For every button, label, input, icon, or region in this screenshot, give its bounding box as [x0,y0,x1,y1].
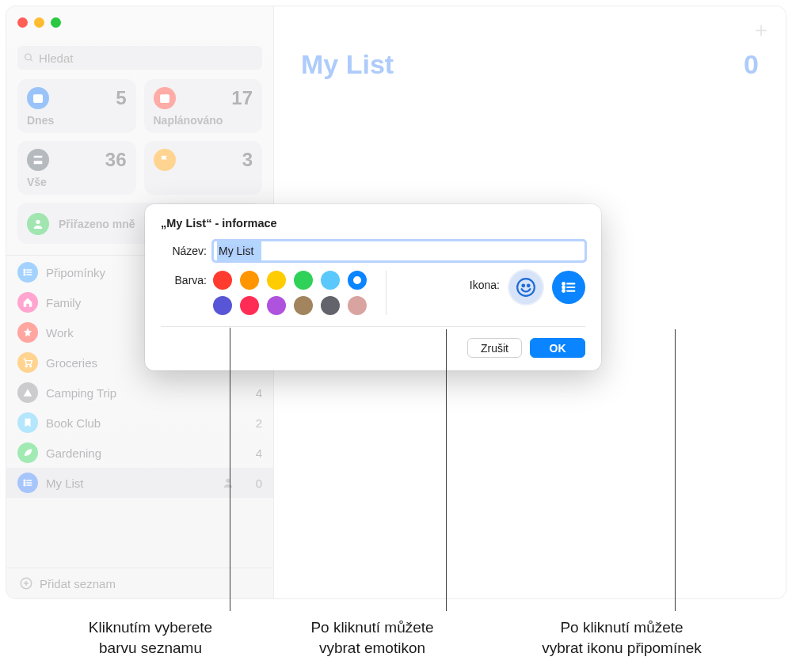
color-swatch[interactable] [348,296,367,315]
close-window[interactable] [17,17,28,28]
all-count: 36 [105,149,127,171]
list-item-name: Camping Trip [46,386,237,400]
cancel-button[interactable]: Zrušit [467,338,522,358]
callout-line-icon [675,329,676,611]
svg-point-29 [562,290,565,292]
list-item-count: 0 [245,476,262,490]
list-item-icon [17,442,38,463]
color-swatch[interactable] [267,271,286,290]
svg-rect-4 [160,94,169,103]
svg-point-8 [24,274,25,275]
new-reminder-button[interactable]: ＋ [751,16,771,44]
today-label: Dnes [27,114,127,127]
smiley-icon [516,277,536,298]
svg-point-6 [24,269,25,271]
svg-point-16 [24,484,25,486]
color-swatches [213,271,368,315]
color-swatch[interactable] [240,271,259,290]
sidebar-list-item[interactable]: Camping Trip4 [6,378,273,408]
svg-point-7 [24,271,25,273]
scheduled-icon [154,87,176,109]
search-field[interactable] [17,46,262,70]
dialog-divider [386,271,386,315]
scheduled-count: 17 [231,87,253,109]
color-swatch[interactable] [294,296,313,315]
ok-button[interactable]: OK [530,338,585,358]
add-list-button[interactable]: Přidat seznam [6,568,273,598]
svg-point-13 [30,366,32,367]
svg-rect-3 [33,94,43,97]
list-item-icon [17,292,38,313]
shared-icon [221,476,235,489]
color-swatch[interactable] [267,296,286,315]
tile-all[interactable]: 36 Vše [17,141,136,195]
sidebar-list-item[interactable]: Gardening4 [6,438,273,468]
flag-icon [154,149,176,171]
list-item-count: 2 [245,416,262,430]
color-swatch[interactable] [348,271,367,290]
svg-line-1 [30,59,32,62]
icon-picker-button[interactable] [552,271,585,304]
zoom-window[interactable] [51,17,61,28]
callout-icon: Po kliknutí můžete vybrat ikonu připomín… [507,617,737,658]
list-item-count: 4 [245,386,262,400]
plus-circle-icon [19,576,33,590]
sidebar-list-item[interactable]: Book Club2 [6,408,273,438]
callout-color: Kliknutím vyberete barvu seznamu [55,617,246,658]
svg-point-14 [24,480,25,481]
svg-point-15 [24,482,25,484]
list-count: 0 [744,49,759,80]
color-label: Barva: [161,271,207,287]
svg-point-0 [25,54,32,60]
color-swatch[interactable] [240,296,259,315]
color-swatch[interactable] [213,296,232,315]
svg-point-24 [517,279,535,296]
list-name-input[interactable] [213,241,585,261]
list-item-icon [17,352,38,373]
svg-point-28 [562,287,565,289]
search-icon [24,52,34,63]
list-title: My List [301,49,394,80]
color-swatch[interactable] [321,296,340,315]
sidebar-list-item[interactable]: My List0 [6,468,273,498]
svg-point-25 [522,285,524,287]
list-item-icon [17,322,38,343]
callout-line-color [230,328,230,611]
all-label: Vše [27,176,127,188]
icon-label: Ikona: [470,271,500,291]
scheduled-label: Naplánováno [154,114,253,127]
name-label: Název: [161,245,207,257]
list-item-name: Gardening [46,446,237,460]
callout-line-emoji [446,329,447,611]
search-input[interactable] [39,51,256,65]
dialog-title: „My List“ - informace [161,217,585,230]
tile-today[interactable]: 5 Dnes [17,79,136,133]
tile-scheduled[interactable]: 17 Naplánováno [144,79,263,133]
svg-point-12 [25,366,27,367]
flagged-count: 3 [242,149,253,171]
list-item-icon [17,412,38,433]
list-item-icon [17,382,38,403]
emoji-picker-button[interactable] [509,271,543,304]
list-info-dialog: „My List“ - informace Název: Barva: Ikon… [145,204,601,370]
list-item-icon [17,473,38,493]
list-item-icon [17,262,38,283]
list-icon [560,279,577,296]
svg-point-5 [36,220,40,224]
callout-emoji: Po kliknutí můžete vybrat emotikon [281,617,463,658]
tile-flagged[interactable]: 3 [144,141,263,195]
person-icon [27,213,49,235]
svg-point-27 [562,283,565,285]
all-icon [27,149,49,171]
today-icon [27,87,49,109]
add-list-label: Přidat seznam [40,577,116,590]
window-controls [17,17,61,28]
color-swatch[interactable] [294,271,313,290]
list-item-count: 4 [245,446,262,460]
svg-point-26 [527,285,530,287]
minimize-window[interactable] [34,17,44,28]
color-swatch[interactable] [321,271,340,290]
list-item-name: Book Club [46,416,237,430]
list-item-name: My List [46,476,213,490]
color-swatch[interactable] [213,271,232,290]
